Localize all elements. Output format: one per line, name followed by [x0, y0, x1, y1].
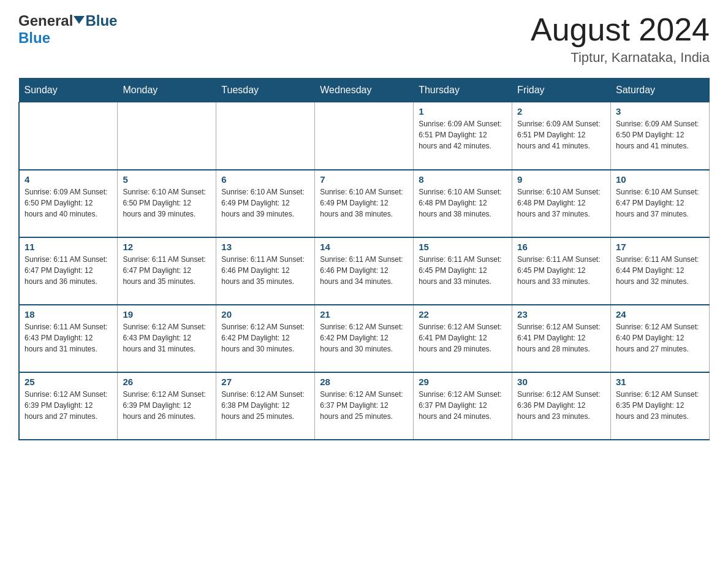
day-info: Sunrise: 6:11 AM Sunset: 6:45 PM Dayligh… [517, 254, 605, 287]
day-info: Sunrise: 6:10 AM Sunset: 6:49 PM Dayligh… [320, 186, 408, 220]
day-info: Sunrise: 6:12 AM Sunset: 6:39 PM Dayligh… [25, 389, 112, 422]
calendar-cell: 17Sunrise: 6:11 AM Sunset: 6:44 PM Dayli… [611, 237, 710, 305]
calendar-cell: 13Sunrise: 6:11 AM Sunset: 6:46 PM Dayli… [216, 237, 315, 305]
day-info: Sunrise: 6:10 AM Sunset: 6:50 PM Dayligh… [123, 186, 211, 220]
day-number: 23 [517, 309, 605, 320]
calendar-cell: 18Sunrise: 6:11 AM Sunset: 6:43 PM Dayli… [19, 305, 118, 372]
day-info: Sunrise: 6:10 AM Sunset: 6:49 PM Dayligh… [221, 186, 309, 220]
calendar-body: 1Sunrise: 6:09 AM Sunset: 6:51 PM Daylig… [19, 102, 710, 440]
title-area: August 2024 Tiptur, Karnataka, India [531, 12, 710, 66]
day-number: 12 [123, 242, 211, 252]
day-info: Sunrise: 6:12 AM Sunset: 6:37 PM Dayligh… [419, 389, 507, 422]
header-day-thursday: Thursday [414, 79, 512, 102]
calendar-cell: 3Sunrise: 6:09 AM Sunset: 6:50 PM Daylig… [611, 102, 710, 170]
calendar-cell: 6Sunrise: 6:10 AM Sunset: 6:49 PM Daylig… [216, 170, 315, 237]
calendar-cell: 8Sunrise: 6:10 AM Sunset: 6:48 PM Daylig… [414, 170, 512, 237]
header-day-monday: Monday [118, 79, 216, 102]
calendar-cell: 12Sunrise: 6:11 AM Sunset: 6:47 PM Dayli… [118, 237, 216, 305]
calendar-header: SundayMondayTuesdayWednesdayThursdayFrid… [19, 79, 710, 102]
logo-blue: Blue [85, 12, 117, 29]
day-number: 18 [25, 309, 112, 320]
day-number: 6 [221, 174, 309, 185]
calendar-cell: 9Sunrise: 6:10 AM Sunset: 6:48 PM Daylig… [512, 170, 611, 237]
day-number: 2 [517, 106, 605, 117]
week-row-3: 11Sunrise: 6:11 AM Sunset: 6:47 PM Dayli… [19, 237, 710, 305]
calendar-cell: 24Sunrise: 6:12 AM Sunset: 6:40 PM Dayli… [611, 305, 710, 372]
day-number: 27 [221, 377, 309, 387]
day-number: 11 [25, 242, 112, 252]
day-number: 31 [616, 377, 704, 387]
calendar-cell: 30Sunrise: 6:12 AM Sunset: 6:36 PM Dayli… [512, 372, 611, 440]
day-info: Sunrise: 6:09 AM Sunset: 6:50 PM Dayligh… [25, 186, 112, 220]
day-info: Sunrise: 6:12 AM Sunset: 6:38 PM Dayligh… [221, 389, 309, 422]
day-number: 14 [320, 242, 408, 252]
day-info: Sunrise: 6:12 AM Sunset: 6:41 PM Dayligh… [419, 321, 507, 354]
day-info: Sunrise: 6:11 AM Sunset: 6:47 PM Dayligh… [25, 254, 112, 287]
day-info: Sunrise: 6:12 AM Sunset: 6:42 PM Dayligh… [320, 321, 408, 354]
calendar-cell: 11Sunrise: 6:11 AM Sunset: 6:47 PM Dayli… [19, 237, 118, 305]
day-number: 29 [419, 377, 507, 387]
day-number: 30 [517, 377, 605, 387]
calendar-cell: 10Sunrise: 6:10 AM Sunset: 6:47 PM Dayli… [611, 170, 710, 237]
calendar-cell: 20Sunrise: 6:12 AM Sunset: 6:42 PM Dayli… [216, 305, 315, 372]
day-number: 22 [419, 309, 507, 320]
calendar-cell: 23Sunrise: 6:12 AM Sunset: 6:41 PM Dayli… [512, 305, 611, 372]
week-row-2: 4Sunrise: 6:09 AM Sunset: 6:50 PM Daylig… [19, 170, 710, 237]
day-info: Sunrise: 6:11 AM Sunset: 6:46 PM Dayligh… [320, 254, 408, 287]
day-number: 1 [419, 106, 507, 117]
calendar-cell: 1Sunrise: 6:09 AM Sunset: 6:51 PM Daylig… [414, 102, 512, 170]
day-number: 8 [419, 174, 507, 185]
day-number: 3 [616, 106, 704, 117]
day-info: Sunrise: 6:12 AM Sunset: 6:35 PM Dayligh… [616, 389, 704, 422]
day-number: 28 [320, 377, 408, 387]
logo: General Blue Blue [18, 12, 117, 47]
calendar-cell: 19Sunrise: 6:12 AM Sunset: 6:43 PM Dayli… [118, 305, 216, 372]
day-info: Sunrise: 6:12 AM Sunset: 6:41 PM Dayligh… [517, 321, 605, 354]
calendar-cell: 21Sunrise: 6:12 AM Sunset: 6:42 PM Dayli… [315, 305, 414, 372]
location: Tiptur, Karnataka, India [531, 50, 710, 66]
day-info: Sunrise: 6:09 AM Sunset: 6:51 PM Dayligh… [517, 118, 605, 151]
day-number: 7 [320, 174, 408, 185]
day-info: Sunrise: 6:12 AM Sunset: 6:36 PM Dayligh… [517, 389, 605, 422]
week-row-4: 18Sunrise: 6:11 AM Sunset: 6:43 PM Dayli… [19, 305, 710, 372]
calendar-cell: 28Sunrise: 6:12 AM Sunset: 6:37 PM Dayli… [315, 372, 414, 440]
day-info: Sunrise: 6:10 AM Sunset: 6:48 PM Dayligh… [419, 186, 507, 220]
calendar-cell: 16Sunrise: 6:11 AM Sunset: 6:45 PM Dayli… [512, 237, 611, 305]
day-number: 21 [320, 309, 408, 320]
day-info: Sunrise: 6:11 AM Sunset: 6:45 PM Dayligh… [419, 254, 507, 287]
day-info: Sunrise: 6:11 AM Sunset: 6:47 PM Dayligh… [123, 254, 211, 287]
day-number: 19 [123, 309, 211, 320]
day-number: 20 [221, 309, 309, 320]
calendar-cell: 14Sunrise: 6:11 AM Sunset: 6:46 PM Dayli… [315, 237, 414, 305]
day-info: Sunrise: 6:10 AM Sunset: 6:48 PM Dayligh… [517, 186, 605, 220]
header-day-tuesday: Tuesday [216, 79, 315, 102]
header-row: SundayMondayTuesdayWednesdayThursdayFrid… [19, 79, 710, 102]
day-number: 24 [616, 309, 704, 320]
calendar-cell: 15Sunrise: 6:11 AM Sunset: 6:45 PM Dayli… [414, 237, 512, 305]
logo-sub: Blue [18, 29, 50, 46]
calendar-table: SundayMondayTuesdayWednesdayThursdayFrid… [18, 78, 710, 440]
calendar-cell [19, 102, 118, 170]
header-day-friday: Friday [512, 79, 611, 102]
day-info: Sunrise: 6:12 AM Sunset: 6:43 PM Dayligh… [123, 321, 211, 354]
day-info: Sunrise: 6:11 AM Sunset: 6:44 PM Dayligh… [616, 254, 704, 287]
day-info: Sunrise: 6:10 AM Sunset: 6:47 PM Dayligh… [616, 186, 704, 220]
calendar-cell [216, 102, 315, 170]
calendar-cell: 26Sunrise: 6:12 AM Sunset: 6:39 PM Dayli… [118, 372, 216, 440]
calendar-cell: 29Sunrise: 6:12 AM Sunset: 6:37 PM Dayli… [414, 372, 512, 440]
calendar-cell [118, 102, 216, 170]
day-info: Sunrise: 6:12 AM Sunset: 6:42 PM Dayligh… [221, 321, 309, 354]
day-number: 4 [25, 174, 112, 185]
day-info: Sunrise: 6:09 AM Sunset: 6:50 PM Dayligh… [616, 118, 704, 151]
calendar-cell: 22Sunrise: 6:12 AM Sunset: 6:41 PM Dayli… [414, 305, 512, 372]
logo-arrow-icon [74, 16, 85, 24]
day-number: 16 [517, 242, 605, 252]
month-title: August 2024 [531, 12, 710, 47]
calendar-cell [315, 102, 414, 170]
calendar-cell: 2Sunrise: 6:09 AM Sunset: 6:51 PM Daylig… [512, 102, 611, 170]
day-number: 15 [419, 242, 507, 252]
day-number: 9 [517, 174, 605, 185]
day-info: Sunrise: 6:11 AM Sunset: 6:43 PM Dayligh… [25, 321, 112, 354]
calendar-cell: 27Sunrise: 6:12 AM Sunset: 6:38 PM Dayli… [216, 372, 315, 440]
day-number: 25 [25, 377, 112, 387]
